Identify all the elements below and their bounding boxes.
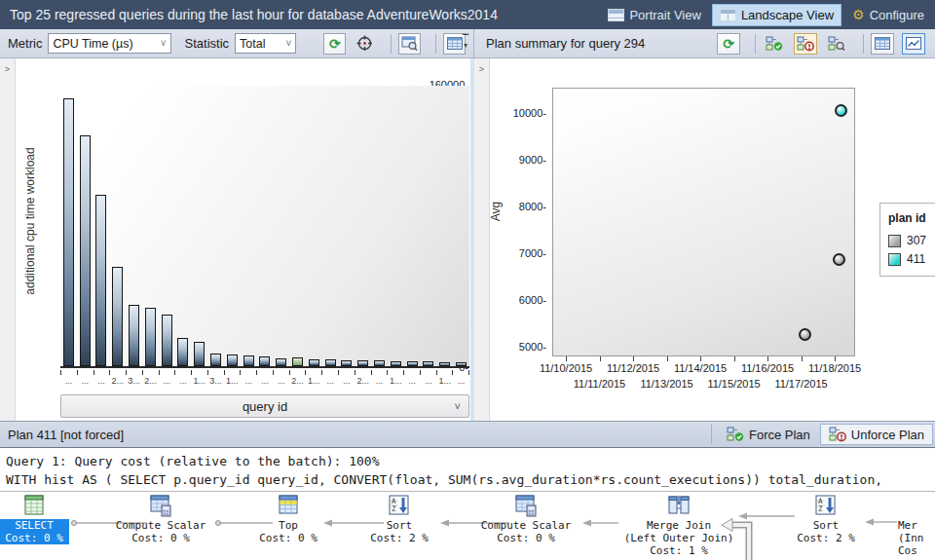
bar[interactable]	[325, 359, 336, 366]
bar-x-tick-label: ...	[273, 376, 289, 386]
unforce-plan-icon	[829, 427, 846, 442]
page-title: Top 25 regressed queries during the last…	[0, 7, 601, 22]
bar-x-tick-label: ...	[77, 376, 94, 386]
plan-node-select[interactable]: SELECTCost: 0 %	[0, 494, 69, 544]
statistic-label: Statistic	[185, 36, 230, 51]
bar-chart-x-tick-labels: .........2...3...2.........1...3...1....…	[60, 376, 469, 386]
bar-x-tick-label: 2...	[109, 376, 126, 386]
bar[interactable]	[227, 355, 238, 366]
bar[interactable]	[341, 360, 352, 366]
plan-node-compute-scalar[interactable]: Compute ScalarCost: 0 %	[468, 494, 584, 544]
bar[interactable]	[162, 315, 172, 366]
compare-plans-button[interactable]	[825, 33, 848, 55]
bar-x-tick-label: ...	[339, 376, 355, 386]
plan-node-merge-join[interactable]: Merge Join(Left Outer Join)Cost: 1 %	[611, 494, 747, 557]
bar-x-tick-label: 2...	[355, 376, 371, 386]
bar[interactable]	[423, 361, 433, 366]
verify-plans-icon	[766, 36, 783, 52]
execution-plan-pane: SELECTCost: 0 %Compute ScalarCost: 0 %To…	[0, 492, 935, 560]
bar[interactable]	[259, 356, 270, 366]
plan-node-label: Compute Scalar	[468, 519, 584, 532]
collapse-left-panel[interactable]: >	[0, 58, 16, 421]
scatter-y-tick-label: 5000-	[502, 341, 548, 353]
select-result-icon	[21, 494, 47, 517]
plan-node-mer[interactable]: Mer(InnCos	[898, 494, 935, 557]
bar[interactable]	[309, 359, 319, 366]
plan-node-top[interactable]: TopCost: 0 %	[249, 494, 327, 544]
sort-icon: AZ	[813, 494, 839, 517]
legend-item[interactable]: 411	[888, 252, 935, 266]
bar[interactable]	[194, 342, 205, 366]
collapse-right-panel[interactable]: >	[474, 58, 490, 421]
toolbar-overflow-icon[interactable]: ▔▾	[460, 35, 471, 49]
force-plan-toolbar-button[interactable]	[794, 33, 817, 55]
plan-node-sort[interactable]: AZSortCost: 2 %	[782, 494, 870, 544]
chart-view-icon	[906, 37, 921, 50]
configure-button[interactable]: ⚙ Configure	[845, 5, 931, 25]
bar-selected-query[interactable]	[292, 357, 303, 366]
verify-plans-button[interactable]	[763, 33, 786, 55]
toolbar-separator	[755, 34, 756, 54]
plan-status-bar: Plan 411 [not forced] Force Plan Unforce	[0, 421, 935, 448]
compute-scalar-icon	[513, 494, 539, 517]
unforce-plan-button[interactable]: Unforce Plan	[820, 424, 933, 445]
svg-text:Z: Z	[392, 504, 396, 513]
scatter-x-tick-label: 11/11/2015	[566, 378, 634, 390]
refresh-button[interactable]: ⟳	[717, 33, 740, 55]
bar[interactable]	[177, 338, 188, 366]
bar-x-tick-label: 1...	[191, 376, 207, 386]
legend-item[interactable]: 307	[888, 234, 935, 247]
regressed-queries-panel: > additional cpu time workload 0-20000-4…	[0, 58, 474, 421]
bar[interactable]	[145, 308, 156, 366]
bar-x-tick-label: 1...	[224, 376, 241, 386]
bar[interactable]	[374, 360, 385, 366]
legend-title: plan id	[888, 211, 935, 225]
collapse-arrow-icon: >	[5, 64, 10, 74]
bar[interactable]	[276, 358, 286, 366]
bar[interactable]	[439, 362, 450, 366]
bar[interactable]	[357, 360, 368, 366]
chart-format-button[interactable]	[902, 33, 925, 55]
scatter-point-plan-307[interactable]	[833, 253, 845, 266]
force-plan-button[interactable]: Force Plan	[719, 425, 818, 444]
plan-node-sort[interactable]: AZSortCost: 2 %	[355, 494, 443, 544]
portrait-view-button[interactable]: Portrait View	[601, 5, 707, 25]
scatter-y-tick-label: 10000-	[502, 107, 548, 119]
bar[interactable]	[112, 267, 123, 366]
scatter-x-tick-label: 11/17/2015	[767, 378, 836, 390]
metric-toolbar: Metric CPU Time (µs) ˅ Statistic Total ˅…	[0, 29, 474, 57]
plan-node-label: Merge Join	[611, 519, 747, 532]
landscape-view-button[interactable]: Landscape View	[712, 4, 842, 26]
plan-node-label: Mer	[898, 519, 935, 532]
scatter-plot-area	[552, 88, 855, 356]
bar[interactable]	[63, 98, 74, 367]
bar-x-tick-label: 1...	[306, 376, 322, 386]
bar[interactable]	[210, 354, 221, 366]
plan-node-label: Sort	[782, 519, 870, 532]
query-id-axis-dropdown[interactable]: query id ˅	[60, 394, 469, 418]
scatter-x-tick-label: 11/10/2015	[532, 362, 600, 374]
metric-dropdown[interactable]: CPU Time (µs) ˅	[48, 33, 170, 54]
grid-format-button[interactable]	[871, 33, 894, 55]
bar[interactable]	[243, 355, 254, 366]
bar[interactable]	[80, 135, 91, 366]
bar-x-tick-label: ...	[404, 376, 421, 386]
bar[interactable]	[407, 361, 418, 366]
bar[interactable]	[456, 362, 467, 366]
scatter-point-plan-307[interactable]	[799, 328, 811, 341]
track-selected-query-button[interactable]	[354, 33, 376, 55]
statistic-dropdown[interactable]: Total ˅	[235, 33, 296, 54]
plan-node-label: Cost: 0 %	[249, 532, 327, 544]
view-plan-button[interactable]	[398, 33, 421, 55]
scatter-point-plan-411[interactable]	[835, 104, 847, 117]
configure-icon: ⚙	[852, 9, 865, 21]
query-text-pane: Query 1: Query cost (relative to the bat…	[0, 448, 935, 492]
dropdown-chevron-icon: ˅	[455, 400, 461, 412]
scatter-y-tick-label: 9000-	[502, 154, 548, 166]
refresh-button[interactable]: ⟳	[323, 33, 346, 55]
top-icon	[276, 494, 301, 517]
bar[interactable]	[129, 305, 139, 366]
bar[interactable]	[95, 195, 106, 366]
bar[interactable]	[391, 361, 401, 366]
plan-node-compute-scalar[interactable]: Compute ScalarCost: 0 %	[102, 494, 219, 544]
